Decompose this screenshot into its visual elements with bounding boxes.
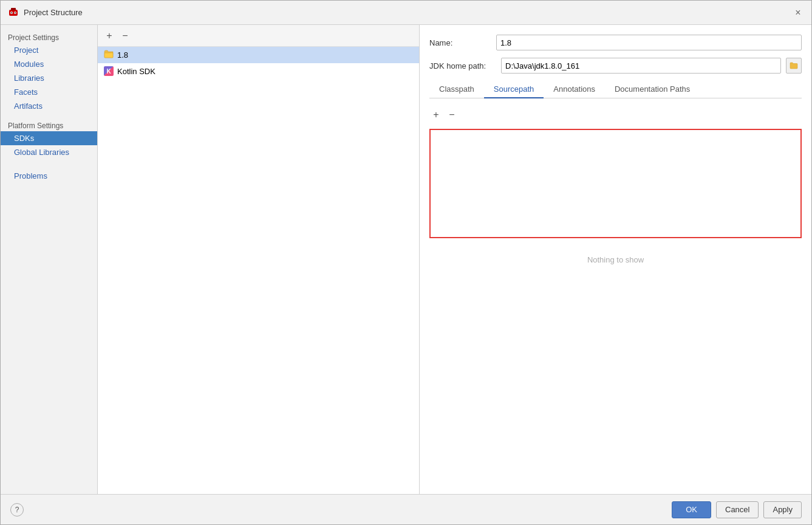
name-input[interactable]	[496, 35, 802, 50]
sdk-list: 1.8 K Kotlin SDK	[98, 47, 419, 494]
sourcepath-toolbar: + −	[429, 106, 802, 124]
app-icon	[8, 7, 19, 18]
browse-jdk-button[interactable]	[786, 58, 802, 74]
jdk-home-path-row: JDK home path:	[429, 58, 802, 74]
bottom-right: OK Cancel Apply	[672, 501, 802, 518]
add-sourcepath-button[interactable]: +	[429, 108, 443, 122]
sdk-label-1.8: 1.8	[117, 50, 128, 60]
sidebar-item-libraries[interactable]: Libraries	[1, 71, 97, 85]
folder-icon	[104, 50, 114, 60]
sidebar-item-artifacts[interactable]: Artifacts	[1, 99, 97, 113]
kotlin-icon: K	[104, 66, 114, 76]
list-item-kotlin-sdk[interactable]: K Kotlin SDK	[98, 63, 419, 79]
tab-annotations[interactable]: Annotations	[544, 81, 605, 98]
bottom-bar: ? OK Cancel Apply	[1, 494, 811, 524]
remove-sdk-button[interactable]: −	[118, 29, 132, 43]
close-button[interactable]: ×	[792, 7, 804, 19]
dialog-title: Project Structure	[24, 8, 792, 17]
add-sdk-button[interactable]: +	[103, 29, 116, 43]
content-area: Project Settings Project Modules Librari…	[1, 25, 811, 494]
sidebar-item-project[interactable]: Project	[1, 43, 97, 57]
project-structure-dialog: Project Structure × Project Settings Pro…	[0, 0, 812, 525]
bottom-left: ?	[10, 503, 24, 516]
help-button[interactable]: ?	[10, 503, 24, 516]
platform-settings-label: Platform Settings	[1, 118, 97, 131]
jdk-home-path-label: JDK home path:	[429, 61, 496, 70]
nothing-to-show-label: Nothing to show	[429, 243, 802, 276]
sidebar-item-global-libraries[interactable]: Global Libraries	[1, 145, 97, 159]
middle-panel: + − 1.8 K Kotlin SDK	[98, 25, 420, 494]
tab-classpath[interactable]: Classpath	[429, 81, 484, 98]
ok-button[interactable]: OK	[672, 501, 711, 518]
tab-sourcepath[interactable]: Sourcepath	[484, 81, 544, 98]
svg-rect-1	[11, 8, 16, 10]
tab-documentation-paths[interactable]: Documentation Paths	[605, 81, 700, 98]
cancel-button[interactable]: Cancel	[716, 501, 759, 518]
list-item-1.8[interactable]: 1.8	[98, 47, 419, 63]
right-panel: Name: JDK home path: Classpath Sourcepat…	[420, 25, 811, 494]
project-settings-label: Project Settings	[1, 30, 97, 43]
middle-toolbar: + −	[98, 25, 419, 47]
sourcepath-list-box	[429, 129, 802, 238]
sdk-label-kotlin: Kotlin SDK	[117, 67, 155, 76]
apply-button[interactable]: Apply	[763, 501, 802, 518]
svg-point-4	[11, 12, 12, 13]
tabs-bar: Classpath Sourcepath Annotations Documen…	[429, 81, 802, 98]
sidebar-item-problems[interactable]: Problems	[1, 169, 97, 183]
name-field-row: Name:	[429, 35, 802, 50]
tab-content-sourcepath: + − Nothing to show	[429, 106, 802, 484]
sidebar-item-facets[interactable]: Facets	[1, 85, 97, 99]
sidebar-item-modules[interactable]: Modules	[1, 57, 97, 71]
titlebar: Project Structure ×	[1, 1, 811, 25]
svg-point-5	[15, 12, 16, 13]
sidebar-item-sdks[interactable]: SDKs	[1, 131, 97, 145]
jdk-home-path-input[interactable]	[501, 58, 781, 74]
remove-sourcepath-button[interactable]: −	[445, 108, 459, 122]
sidebar: Project Settings Project Modules Librari…	[1, 25, 98, 494]
name-label: Name:	[429, 38, 490, 47]
